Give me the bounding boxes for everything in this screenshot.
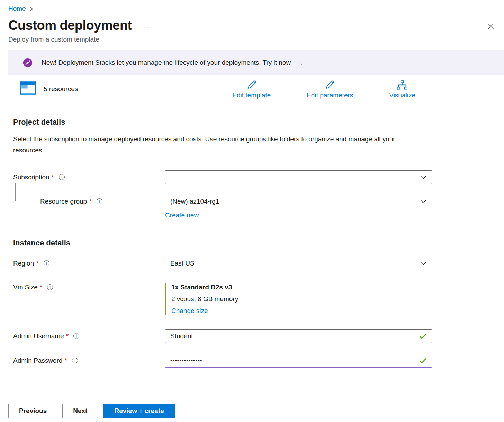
required-asterisk: * [40,284,42,291]
project-details-description: Select the subscription to manage deploy… [13,134,411,156]
region-select[interactable]: East US [165,257,432,270]
template-info: 5 resources [20,79,78,96]
visualize-link[interactable]: Visualize [389,79,415,99]
visualize-icon [397,79,408,90]
chevron-down-icon [420,199,427,204]
template-actions: Edit template Edit parameters Vis [232,79,415,99]
vm-size-title: 1x Standard D2s v3 [171,284,432,291]
chevron-down-icon [420,261,427,266]
info-icon[interactable]: i [97,198,102,204]
pencil-icon [324,79,335,90]
admin-username-label: Admin Username [13,332,64,340]
rocket-icon [23,58,33,68]
vm-size-summary: 1x Standard D2s v3 2 vcpus, 8 GB memory … [165,283,432,315]
region-label-group: Region * i [13,260,165,267]
subscription-select[interactable] [165,170,432,184]
admin-username-value: Student [170,332,193,340]
breadcrumb: Home [8,5,496,12]
page-header: Home Custom deployment ··· Deploy from a… [0,0,504,43]
vm-size-label-group: Vm Size * i [13,283,165,291]
tree-connector [15,183,35,201]
admin-password-row: Admin Password * i •••••••••••••• [13,354,496,368]
section-instance-details: Instance details [13,239,496,248]
resource-group-select[interactable]: (New) az104-rg1 [165,195,432,208]
resource-group-row: Resource group * i (New) az104-rg1 [13,195,496,208]
edit-parameters-label: Edit parameters [307,91,353,99]
valid-check-icon [419,333,427,339]
info-icon[interactable]: i [44,260,50,266]
subscription-label: Subscription [13,173,50,181]
deployment-form: Project details Select the subscription … [0,118,504,368]
section-project-details: Project details [13,118,496,127]
info-icon[interactable]: i [59,174,65,180]
template-summary-row: 5 resources Edit template Edit parameter… [8,79,496,99]
subscription-row: Subscription * i [13,170,496,184]
banner-text: New! Deployment Stacks let you manage th… [42,59,291,66]
title-row: Custom deployment ··· [8,18,496,33]
resource-group-label: Resource group [40,198,87,205]
required-asterisk: * [65,357,67,365]
required-asterisk: * [89,198,91,205]
deployment-stacks-banner[interactable]: New! Deployment Stacks let you manage th… [8,50,504,75]
admin-password-label-group: Admin Password * i [13,357,165,365]
edit-template-label: Edit template [232,91,271,99]
close-icon[interactable] [486,21,496,32]
valid-check-icon [419,358,427,364]
info-icon[interactable]: i [47,284,53,290]
resource-group-label-group: Resource group * i [13,198,165,205]
admin-username-row: Admin Username * i Student [13,329,496,343]
vm-size-row: Vm Size * i 1x Standard D2s v3 2 vcpus, … [13,283,496,315]
arrow-right-icon: → [296,58,304,68]
breadcrumb-chevron-icon [29,7,34,11]
info-icon[interactable]: i [72,358,78,363]
region-label: Region [13,260,34,267]
previous-button[interactable]: Previous [8,404,57,418]
info-icon[interactable]: i [73,333,79,339]
required-asterisk: * [66,332,69,340]
review-create-button[interactable]: Review + create [103,404,175,418]
pencil-icon [246,79,257,90]
page-subtitle: Deploy from a custom template [8,36,496,43]
required-asterisk: * [36,260,38,267]
region-row: Region * i East US [13,257,496,270]
edit-parameters-link[interactable]: Edit parameters [307,79,353,99]
admin-password-value: •••••••••••••• [170,358,202,364]
admin-password-input[interactable]: •••••••••••••• [165,354,432,368]
wizard-footer: Previous Next Review + create [8,404,176,418]
region-value: East US [170,260,195,267]
admin-username-label-group: Admin Username * i [13,332,165,340]
subscription-label-group: Subscription * i [13,173,165,181]
create-new-link[interactable]: Create new [165,212,199,219]
vm-size-specs: 2 vcpus, 8 GB memory [171,295,432,303]
chevron-down-icon [420,175,427,180]
breadcrumb-home-link[interactable]: Home [8,5,26,12]
admin-username-input[interactable]: Student [165,329,432,343]
visualize-label: Visualize [389,91,415,99]
vm-size-label: Vm Size [13,284,38,291]
resources-count: 5 resources [44,85,78,93]
more-menu-button[interactable]: ··· [144,19,153,32]
page-title: Custom deployment [8,18,132,33]
resource-group-value: (New) az104-rg1 [170,198,219,205]
admin-password-label: Admin Password [13,357,63,365]
template-icon [20,81,36,96]
custom-deployment-page: Home Custom deployment ··· Deploy from a… [0,0,504,422]
next-button[interactable]: Next [62,404,98,418]
create-new-line: Create new [165,212,496,219]
required-asterisk: * [52,173,54,181]
edit-template-link[interactable]: Edit template [232,79,271,99]
change-size-link[interactable]: Change size [171,307,208,315]
